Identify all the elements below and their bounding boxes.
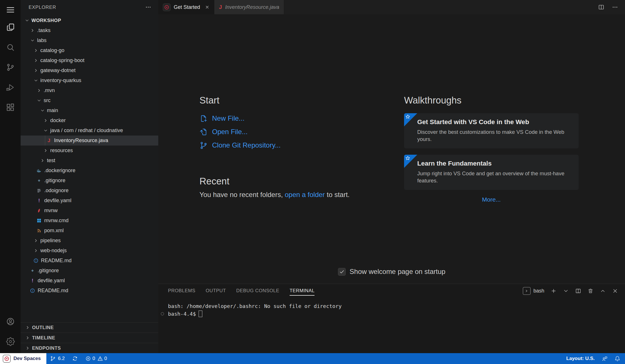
panel-tab-debug-console[interactable]: DEBUG CONSOLE [236,286,279,296]
close-panel-icon[interactable] [612,288,618,294]
chevron-down-icon [32,78,39,83]
panel-header: PROBLEMSOUTPUTDEBUG CONSOLETERMINAL bash [158,284,625,298]
start-link-new-file[interactable]: New File... [199,113,383,124]
indent-guide [45,136,45,146]
tab-inventoryresource-java[interactable]: JInventoryResource.java [214,0,284,14]
branch-status-item[interactable]: 6.2 [46,353,68,364]
explorer-sidebar: EXPLORER WORKSHOP.taskslabscatalog-gocat… [21,0,158,353]
sidebar-panel-outline[interactable]: OUTLINE [21,322,158,333]
tree-item-label: .tasks [36,27,51,33]
chevron-down-icon [36,98,43,103]
recent-text-before: You have no recent folders, [199,191,285,198]
tree-item-label: devfile.yaml [43,198,72,204]
tree-item-docker[interactable]: docker [21,116,158,126]
terminal-output[interactable]: bash: /home/developer/.bashrc: No such f… [158,298,625,318]
chevron-right-icon [32,238,39,243]
start-link-clone-git-repository[interactable]: Clone Git Repository... [199,140,383,151]
feedback-icon[interactable] [602,356,608,362]
tab-label: Get Started [174,4,200,10]
tree-item-labs[interactable]: labs [21,35,158,45]
tree-item-pom-xml[interactable]: pom.xml [21,226,158,236]
walkthrough-card-learn-the-fundamentals[interactable]: Learn the FundamentalsJump right into VS… [404,155,579,190]
tree-item-inventory-quarkus[interactable]: inventory-quarkus [21,75,158,85]
tree-item-mvnw[interactable]: mvnw [21,206,158,216]
terminal-shell-selector[interactable]: bash [523,287,544,295]
tree-item-label: .gitignore [43,178,66,184]
split-terminal-icon[interactable] [575,288,581,294]
editor-more-actions-icon[interactable] [612,4,618,10]
show-welcome-label: Show welcome page on startup [350,268,446,276]
tree-item-catalog-go[interactable]: catalog-go [21,45,158,55]
tree-item-readme-md[interactable]: README.md [21,256,158,266]
welcome-footer: Show welcome page on startup [158,268,625,276]
terminal-text: bash: /home/developer/.bashrc: No such f… [168,303,342,309]
tree-item-mvn[interactable]: .mvn [21,85,158,96]
tree-item-devfile-yaml[interactable]: !devfile.yaml [21,196,158,206]
activity-menu-icon[interactable] [0,2,21,17]
sidebar-panel-label: TIMELINE [32,335,55,341]
activity-account-icon[interactable] [0,311,21,331]
activity-explorer-icon[interactable] [0,17,21,37]
recent-text-after: to start. [325,191,350,198]
new-terminal-icon[interactable] [551,288,557,294]
close-tab-icon[interactable] [205,5,209,9]
panel-tab-terminal[interactable]: TERMINAL [290,286,315,296]
activity-extensions-icon[interactable] [0,97,21,117]
tree-item-gitignore[interactable]: .gitignore [21,176,158,186]
tree-item-pipelines[interactable]: pipelines [21,236,158,246]
clone-icon [199,141,208,150]
star-ribbon-icon [404,113,417,126]
tree-item-workshop[interactable]: WORKSHOP [21,15,158,25]
branch-label: 6.2 [58,356,65,361]
maximize-panel-icon[interactable] [600,288,606,294]
sidebar-panel-timeline[interactable]: TIMELINE [21,333,158,343]
split-editor-icon[interactable] [598,4,604,10]
activity-source-control-icon[interactable] [0,57,21,77]
kill-terminal-icon[interactable] [588,288,594,294]
devspaces-status-item[interactable]: Dev Spaces [0,353,46,364]
tree-item-web-nodejs[interactable]: web-nodejs [21,246,158,256]
lines-file-icon [36,188,43,193]
chevron-right-icon [29,28,36,33]
tree-item-java-com-redhat-cloudnative[interactable]: java / com / redhat / cloudnative [21,126,158,136]
git-branch-icon [50,356,56,361]
status-bar: Dev Spaces 6.2 0 0 Layout: U.S. [0,353,625,364]
tab-get-started[interactable]: Get Started [158,0,214,14]
tree-item-label: inventory-quarkus [39,77,81,83]
tree-item-mvnw-cmd[interactable]: mvnw.cmd [21,216,158,226]
walkthroughs-more-link[interactable]: More... [404,196,579,203]
tree-item-readme-md[interactable]: README.md [21,286,158,296]
terminal-shell-label: bash [533,288,544,294]
tree-item-catalog-spring-boot[interactable]: catalog-spring-boot [21,55,158,65]
walkthrough-card-get-started-with-vs-code-in-the-web[interactable]: Get Started with VS Code in the WebDisco… [404,113,579,148]
tree-item-gateway-dotnet[interactable]: gateway-dotnet [21,65,158,75]
tree-item-src[interactable]: src [21,96,158,106]
tree-item-devfile-yaml[interactable]: !devfile.yaml [21,276,158,286]
tree-item-odoignore[interactable]: .odoignore [21,186,158,196]
tree-item-inventoryresource-java[interactable]: JInventoryResource.java [21,136,158,146]
tree-item-gitignore[interactable]: .gitignore [21,266,158,276]
sync-status-item[interactable] [68,353,82,364]
tree-item-main[interactable]: main [21,106,158,116]
sidebar-panel-endpoints[interactable]: ENDPOINTS [21,343,158,353]
more-actions-icon[interactable] [145,4,151,10]
notifications-bell-icon[interactable] [614,356,620,362]
panel-tab-output[interactable]: OUTPUT [206,286,226,296]
tree-item-dockerignore[interactable]: .dockerignore [21,166,158,176]
new-file-icon [199,114,208,123]
tree-item-resources[interactable]: resources [21,146,158,156]
show-welcome-checkbox[interactable] [338,268,346,276]
tree-item-label: .odoignore [43,188,69,194]
activity-search-icon[interactable] [0,37,21,57]
terminal-dropdown-icon[interactable] [563,288,569,294]
problems-status-item[interactable]: 0 0 [82,353,111,364]
git-file-icon [29,268,36,273]
start-link-open-file[interactable]: Open File... [199,126,383,138]
tree-item-test[interactable]: test [21,156,158,166]
activity-settings-icon[interactable] [0,331,21,351]
tree-item-tasks[interactable]: .tasks [21,25,158,35]
panel-tab-problems[interactable]: PROBLEMS [168,286,195,296]
activity-run-debug-icon[interactable] [0,77,21,97]
open-a-folder-link[interactable]: open a folder [285,191,325,198]
layout-status-item[interactable]: Layout: U.S. [566,356,595,361]
